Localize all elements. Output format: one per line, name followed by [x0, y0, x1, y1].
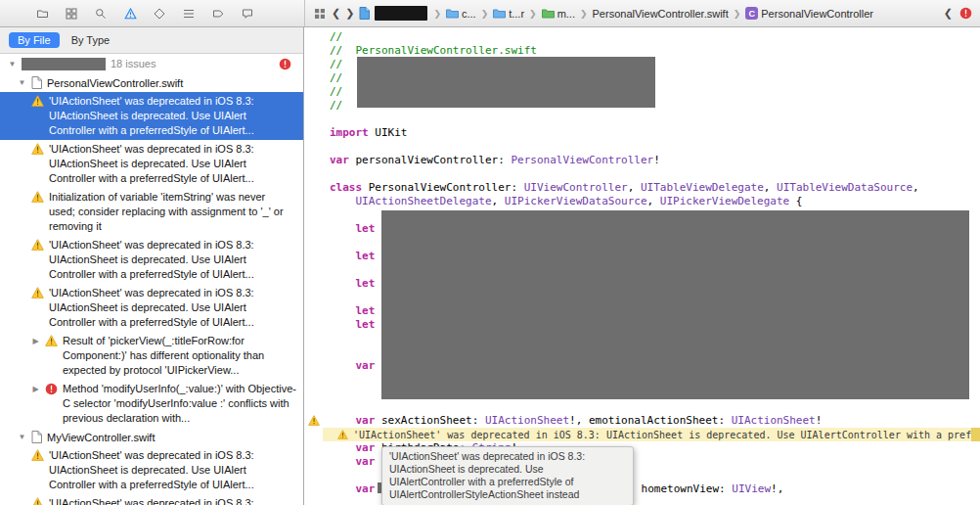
breadcrumb-item[interactable]: PersonalViewController.swift [593, 8, 729, 20]
filter-by-type-button[interactable]: By Type [71, 34, 111, 46]
file-row[interactable]: ▼MyViewController.swift [0, 428, 303, 446]
inline-warning-banner[interactable]: 'UIActionSheet' was deprecated in iOS 8.… [323, 428, 980, 441]
code-line[interactable] [305, 400, 980, 414]
breadcrumb-label: m... [557, 8, 575, 20]
code-token: UITableViewDelegate [641, 181, 764, 194]
code-line[interactable]: var sexActionSheet: UIActionSheet!, emot… [305, 414, 980, 428]
forward-button[interactable]: ❯ [345, 8, 354, 19]
related-items-icon[interactable] [313, 7, 327, 21]
issue-text: Result of 'pickerView(_:titleForRow:for … [63, 334, 297, 378]
code-line[interactable]: var personalViewController: PersonalView… [305, 154, 980, 167]
code-token [330, 359, 356, 372]
error-badge-icon [279, 58, 291, 70]
filter-by-file-button[interactable]: By File [9, 32, 60, 48]
issue-row[interactable]: Initialization of variable 'itemString' … [0, 188, 303, 236]
issue-row[interactable]: 'UIActionSheet' was deprecated in iOS 8.… [0, 284, 303, 332]
code-token: var [330, 154, 349, 166]
back-button[interactable]: ❮ [332, 8, 340, 19]
code-line[interactable]: import UIKit [305, 126, 980, 140]
xcode-window: { "colors": { "selection": "#3875d7", "w… [0, 0, 980, 505]
project-navigator-icon[interactable] [35, 7, 49, 21]
breadcrumb-item[interactable]: CPersonalViewController [745, 7, 873, 20]
code-line[interactable]: UIActionSheetDelegate, UIPickerViewDataS… [305, 195, 980, 208]
gutter-warning-icon[interactable] [308, 415, 320, 426]
code-token: var [356, 441, 376, 454]
issue-row[interactable]: 'UIActionSheet' was deprecated in iOS 8.… [0, 236, 303, 284]
code-token: var [356, 455, 376, 468]
code-token: var [356, 359, 376, 372]
issue-row[interactable]: ▶Result of 'pickerView(_:titleForRow:for… [0, 332, 303, 380]
tooltip-line: UIActionSheet is deprecated. Use [389, 463, 626, 476]
report-navigator-icon[interactable] [241, 7, 254, 21]
code-token: , [628, 181, 641, 194]
warning-icon [31, 95, 44, 107]
redaction-box [357, 57, 655, 108]
code-token: UIViewController [524, 181, 628, 194]
warning-icon [31, 449, 44, 461]
file-icon [31, 76, 42, 89]
code-line[interactable]: // PersonalViewController.swift [305, 44, 980, 58]
code-token: // [330, 30, 342, 43]
warning-icon [31, 191, 44, 203]
disclosure-triangle[interactable]: ▼ [8, 60, 17, 69]
issue-text: 'UIActionSheet' was deprecated in iOS 8.… [49, 496, 293, 505]
breadcrumb-item[interactable]: t...r [493, 8, 524, 20]
code-token: let [356, 222, 376, 235]
breadcrumb-label: PersonalViewController [761, 8, 873, 20]
counterpart-chevron[interactable]: ❮ [944, 8, 953, 19]
disclosure-triangle[interactable]: ▼ [18, 78, 26, 87]
issue-row[interactable]: 'UIActionSheet' was deprecated in iOS 8.… [0, 92, 303, 140]
breadcrumb-separator-icon: ❯ [480, 9, 490, 19]
code-line[interactable]: class PersonalViewController: UIViewCont… [305, 181, 980, 195]
code-token: let [356, 277, 376, 290]
code-token: !, emotionalActionSheet: [569, 414, 732, 427]
breadcrumb-item[interactable]: m... [542, 8, 575, 20]
breadcrumb-label: t...r [509, 8, 524, 20]
breadcrumb-separator-icon: ❯ [579, 9, 589, 19]
code-token: !, [771, 482, 783, 495]
disclosure-triangle[interactable]: ▶ [31, 337, 40, 345]
issue-text: 'UIActionSheet' was deprecated in iOS 8.… [49, 238, 293, 282]
symbol-navigator-icon[interactable] [65, 7, 78, 21]
navigator-selector-bar [0, 0, 305, 26]
code-token: sexActionSheet: [375, 414, 485, 427]
banner-right-cap [971, 428, 980, 441]
breadcrumb-item[interactable]: c... [446, 8, 476, 20]
source-editor[interactable]: //// PersonalViewController.swift///////… [305, 27, 980, 505]
issue-tree: ▼PersonalViewController.swift'UIActionSh… [0, 73, 303, 505]
code-token: ! [653, 154, 660, 166]
debug-navigator-icon[interactable] [182, 7, 196, 21]
issue-navigator-icon[interactable] [123, 7, 137, 21]
find-navigator-icon[interactable] [94, 7, 108, 21]
code-token [330, 441, 356, 454]
redacted-project-name [22, 58, 106, 70]
error-badge-icon[interactable] [959, 7, 972, 20]
issue-row[interactable]: 'UIActionSheet' was deprecated in iOS 8.… [0, 446, 303, 494]
issue-filter-bar: By File By Type [0, 27, 303, 54]
issue-text: 'UIActionSheet' was deprecated in iOS 8.… [49, 142, 293, 186]
code-line[interactable] [305, 140, 980, 154]
issue-row[interactable]: 'UIActionSheet' was deprecated in iOS 8.… [0, 140, 303, 188]
redacted-project-name [375, 6, 427, 21]
breakpoint-navigator-icon[interactable] [211, 7, 225, 21]
code-line[interactable]: // [305, 30, 980, 44]
warning-icon [31, 143, 44, 155]
issue-row[interactable]: ▶Method 'modifyUserInfo(_:value:)' with … [0, 380, 303, 428]
disclosure-triangle[interactable]: ▶ [31, 385, 40, 393]
project-row[interactable]: ▼ 18 issues [0, 54, 303, 73]
file-name: PersonalViewController.swift [47, 77, 183, 89]
warning-icon [31, 287, 44, 298]
code-token: , [764, 181, 777, 194]
file-icon [31, 431, 42, 443]
breadcrumb-separator-icon: ❯ [528, 9, 538, 19]
jump-bar-right: ❮ [944, 7, 972, 20]
issue-row[interactable]: 'UIActionSheet' was deprecated in iOS 8.… [0, 494, 303, 505]
error-icon [45, 383, 58, 395]
class-symbol-icon: C [745, 7, 758, 20]
disclosure-triangle[interactable]: ▼ [18, 433, 26, 441]
file-row[interactable]: ▼PersonalViewController.swift [0, 73, 303, 92]
breadcrumb: ❯c...❯t...r❯m...❯PersonalViewController.… [432, 7, 873, 20]
code-line[interactable] [305, 167, 980, 181]
code-line[interactable] [305, 113, 980, 126]
test-navigator-icon[interactable] [153, 7, 166, 21]
